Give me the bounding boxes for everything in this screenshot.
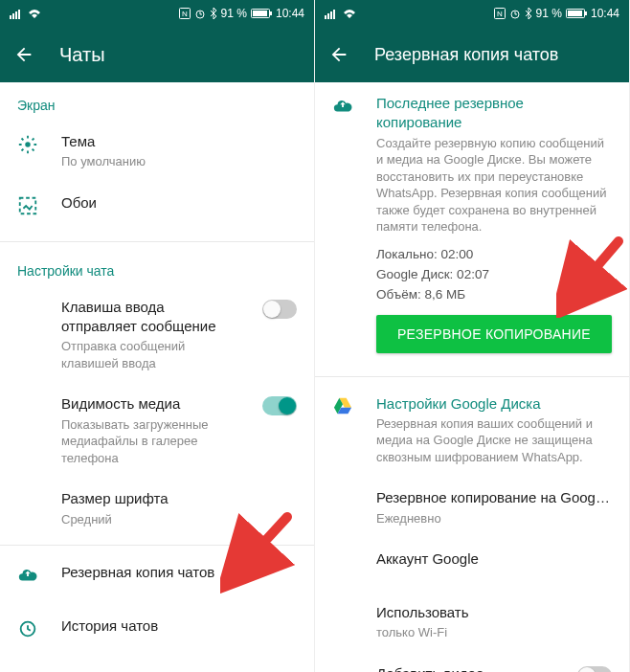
svg-rect-0 <box>10 15 11 19</box>
clock-text: 10:44 <box>591 7 619 20</box>
theme-value: По умолчанию <box>61 153 297 170</box>
page-title: Резервная копия чатов <box>374 45 558 65</box>
network-use-row[interactable]: Использовать только Wi-Fi <box>315 592 629 653</box>
status-bar: N 91 % 10:44 <box>315 0 629 27</box>
cloud-upload-icon <box>17 565 38 586</box>
chat-backup-label: Резервная копия чатов <box>61 563 297 582</box>
media-visibility-toggle[interactable] <box>262 396 297 415</box>
google-account-row[interactable]: Аккаунт Google <box>315 538 629 592</box>
back-icon[interactable] <box>13 44 34 65</box>
left-screenshot: N 91 % 10:44 Чаты Экран Тема По умолчани… <box>0 0 315 672</box>
backup-to-google-value: Ежедневно <box>376 510 612 527</box>
chat-history-label: История чатов <box>61 616 297 636</box>
gdrive-desc: Резервная копия ваших сообщений и медиа … <box>376 415 612 466</box>
last-backup-section: Последнее резервное копирование Создайте… <box>315 82 629 370</box>
font-size-row[interactable]: Размер шрифта Средний <box>0 478 314 539</box>
nfc-icon: N <box>494 8 506 19</box>
history-icon <box>17 618 38 639</box>
theme-row[interactable]: Тема По умолчанию <box>0 121 314 182</box>
svg-rect-13 <box>325 15 326 19</box>
signal-icon <box>325 8 338 19</box>
google-drive-icon <box>332 396 353 415</box>
svg-rect-11 <box>20 198 36 214</box>
svg-point-10 <box>25 142 31 147</box>
theme-icon <box>17 134 38 155</box>
font-size-label: Размер шрифта <box>61 489 297 508</box>
page-title: Чаты <box>59 44 105 66</box>
svg-rect-2 <box>15 11 17 19</box>
battery-text: 91 % <box>221 7 247 20</box>
svg-rect-14 <box>327 13 329 19</box>
svg-text:N: N <box>182 10 188 18</box>
cloud-upload-icon <box>332 96 353 117</box>
google-account-label: Аккаунт Google <box>376 549 612 569</box>
battery-icon <box>566 9 587 18</box>
wallpaper-row[interactable]: Обои <box>0 182 314 235</box>
backup-now-button[interactable]: РЕЗЕРВНОЕ КОПИРОВАНИЕ <box>376 315 612 353</box>
svg-text:N: N <box>497 10 503 18</box>
wifi-icon <box>342 8 357 19</box>
alarm-icon <box>509 8 521 19</box>
backup-size: Объём: 8,6 МБ <box>376 285 612 305</box>
svg-rect-21 <box>585 11 587 15</box>
wifi-icon <box>27 8 42 19</box>
section-screen: Экран <box>0 82 314 121</box>
network-use-label: Использовать <box>376 603 612 622</box>
svg-rect-3 <box>18 10 20 19</box>
wallpaper-label: Обои <box>61 193 297 213</box>
gdrive-time: Google Диск: 02:07 <box>376 265 612 285</box>
backup-to-google-label: Резервное копирование на Googl… <box>376 488 612 507</box>
nfc-icon: N <box>179 8 191 19</box>
section-chat-settings: Настройки чата <box>0 248 314 286</box>
local-time: Локально: 02:00 <box>376 245 612 265</box>
include-video-label: Добавить видео <box>376 664 556 672</box>
svg-rect-1 <box>12 13 14 19</box>
enter-send-row[interactable]: Клавиша ввода отправляет сообщение Отпра… <box>0 286 314 384</box>
enter-send-sub: Отправка сообщений клавишей ввода <box>61 338 241 371</box>
last-backup-desc: Создайте резервную копию сообщений и мед… <box>376 135 612 235</box>
gdrive-heading: Настройки Google Диска <box>376 394 612 414</box>
chat-backup-row[interactable]: Резервная копия чатов <box>0 551 314 605</box>
enter-send-toggle[interactable] <box>262 300 297 319</box>
include-video-toggle[interactable] <box>577 666 612 672</box>
svg-rect-22 <box>568 11 582 16</box>
right-screenshot: N 91 % 10:44 Резервная копия чатов После… <box>315 0 630 672</box>
status-bar: N 91 % 10:44 <box>0 0 314 27</box>
chat-history-row[interactable]: История чатов <box>0 605 314 659</box>
signal-icon <box>10 8 23 19</box>
backup-to-google-row[interactable]: Резервное копирование на Googl… Ежедневн… <box>315 477 629 538</box>
clock-text: 10:44 <box>276 7 304 20</box>
svg-rect-8 <box>270 11 272 15</box>
font-size-value: Средний <box>61 511 297 528</box>
wallpaper-icon <box>17 195 38 216</box>
app-bar: Чаты <box>0 27 314 82</box>
media-visibility-row[interactable]: Видимость медиа Показывать загруженные м… <box>0 383 314 478</box>
last-backup-heading: Последнее резервное копирование <box>376 94 612 133</box>
bluetooth-icon <box>525 8 532 19</box>
include-video-row[interactable]: Добавить видео <box>315 653 629 672</box>
network-use-value: только Wi-Fi <box>376 624 612 641</box>
app-bar: Резервная копия чатов <box>315 27 629 82</box>
svg-rect-15 <box>330 11 332 19</box>
theme-label: Тема <box>61 132 297 151</box>
back-icon[interactable] <box>328 44 349 65</box>
svg-rect-16 <box>333 10 335 19</box>
bluetooth-icon <box>210 8 217 19</box>
media-visibility-sub: Показывать загруженные медиафайлы в гале… <box>61 416 241 467</box>
battery-text: 91 % <box>536 7 562 20</box>
media-visibility-label: Видимость медиа <box>61 394 241 414</box>
alarm-icon <box>194 8 206 19</box>
battery-icon <box>251 9 272 18</box>
gdrive-settings-section: Настройки Google Диска Резервная копия в… <box>315 383 629 478</box>
svg-rect-9 <box>253 11 267 16</box>
enter-send-label: Клавиша ввода отправляет сообщение <box>61 298 241 337</box>
